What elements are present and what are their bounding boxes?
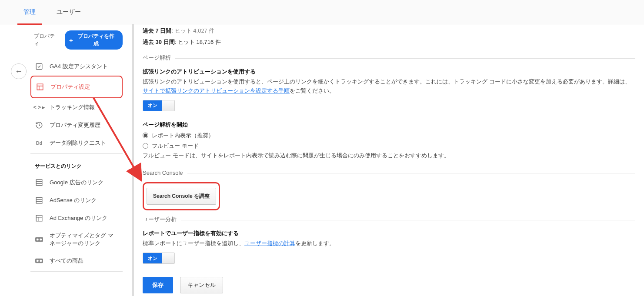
user-metrics-help-link[interactable]: ユーザー指標の計算	[244, 240, 295, 246]
history-icon	[35, 121, 43, 130]
sidebar-item-data-delete[interactable]: Dd データ削除リクエスト	[30, 134, 123, 152]
radio-input[interactable]	[143, 133, 148, 138]
sidebar-item-adsense[interactable]: AdSense のリンク	[30, 192, 123, 209]
adjust-search-console-button[interactable]: Search Console を調整	[147, 188, 216, 205]
sidebar-item-label: Ad Exchange のリンク	[50, 214, 107, 222]
sidebar-item-label: プロパティ設定	[50, 83, 90, 91]
sidebar-item-ad-exchange[interactable]: Ad Exchange のリンク	[30, 210, 123, 227]
svg-rect-0	[36, 63, 42, 70]
sidebar-item-tracking-info[interactable]: < > ▸ トラッキング情報	[30, 99, 123, 116]
toggle-off-side	[162, 100, 174, 111]
tab-users[interactable]: ユーザー	[46, 0, 91, 24]
stat-value: : ヒット 18,716 件	[175, 39, 221, 45]
cancel-button[interactable]: キャンセル	[180, 277, 223, 293]
ext-link-desc: 拡張リンクのアトリビューションを使用すると、ページ上のリンクを細かくトラッキング…	[143, 77, 635, 96]
sidebar-item-google-ads[interactable]: Google 広告のリンク	[30, 174, 123, 191]
checkbox-icon	[35, 62, 43, 71]
stat-label: 過去 7 日間	[143, 27, 171, 34]
top-tabs: 管理 ユーザー	[0, 0, 644, 24]
sidebar-item-label: AdSense のリンク	[50, 196, 97, 204]
sidebar-item-label: すべての商品	[50, 257, 83, 265]
radio-fullview[interactable]: フルビュー モード	[143, 141, 635, 151]
section-label: Search Console	[143, 170, 183, 176]
ext-link-toggle[interactable]: オン	[143, 100, 175, 111]
sidebar-item-change-history[interactable]: プロパティ変更履歴	[30, 116, 123, 134]
radio-label: フルビュー モード	[152, 142, 199, 150]
code-icon: < > ▸	[35, 103, 43, 112]
search-console-highlight: Search Console を調整	[143, 182, 220, 210]
svg-rect-7	[36, 197, 42, 203]
section-service-link: サービスとのリンク	[30, 155, 130, 173]
radio-input[interactable]	[143, 143, 148, 149]
toggle-on-label: オン	[143, 100, 162, 111]
stat-row-30d: 過去 30 日間: ヒット 18,716 件	[143, 38, 635, 46]
divider	[30, 153, 123, 154]
sidebar-item-all-products[interactable]: すべての商品	[30, 252, 123, 269]
tab-admin[interactable]: 管理	[13, 0, 46, 24]
svg-rect-17	[37, 260, 39, 262]
sidebar-item-label: Google 広告のリンク	[50, 179, 103, 186]
svg-rect-13	[35, 237, 43, 242]
sidebar: プロパティ + プロパティを作成 ← GA4 設定アシスタント プロパティ設定	[0, 24, 130, 296]
arrow-left-icon: ←	[15, 67, 23, 76]
section-label: ユーザー分析	[143, 216, 177, 223]
section-label: ページ解析	[143, 54, 171, 62]
toggle-off-side	[162, 253, 174, 263]
svg-rect-18	[40, 260, 42, 262]
divider	[34, 55, 122, 55]
svg-rect-1	[37, 84, 43, 90]
grid-icon	[35, 196, 43, 205]
stat-label: 過去 30 日間	[143, 39, 175, 45]
link-icon	[35, 235, 43, 244]
svg-rect-14	[37, 239, 39, 241]
create-property-button[interactable]: + プロパティを作成	[65, 30, 123, 50]
link-icon	[35, 256, 43, 265]
toggle-on-label: オン	[143, 253, 162, 263]
user-metrics-toggle[interactable]: オン	[143, 253, 175, 264]
divider	[30, 271, 123, 272]
user-metrics-desc: 標準レポートにユーザー指標を追加し、ユーザー指標の計算を更新します。	[143, 239, 635, 248]
sidebar-item-property-settings[interactable]: プロパティ設定	[30, 76, 123, 98]
back-button[interactable]: ←	[11, 63, 27, 79]
ext-link-title: 拡張リンクのアトリビューションを使用する	[143, 68, 635, 76]
radio-label: レポート内表示（推奨）	[152, 132, 214, 140]
svg-rect-10	[36, 215, 42, 221]
ext-link-help-link[interactable]: サイトで拡張リンクのアトリビューションを設定する手順	[143, 87, 290, 94]
section-search-console: Search Console	[143, 170, 635, 176]
section-user-analysis: ユーザー分析	[143, 216, 635, 223]
main-panel: 過去 7 日間: ヒット 4,027 件 過去 30 日間: ヒット 18,71…	[132, 24, 644, 296]
user-metrics-title: レポートでユーザー指標を有効にする	[143, 229, 635, 237]
sidebar-item-label: プロパティ変更履歴	[50, 121, 100, 129]
sidebar-item-label: トラッキング情報	[50, 103, 95, 111]
sidebar-item-ga4[interactable]: GA4 設定アシスタント	[30, 58, 123, 75]
layout-icon	[36, 83, 44, 91]
property-label: プロパティ	[34, 33, 60, 47]
create-property-label: プロパティを作成	[76, 33, 117, 47]
start-page-analysis-title: ページ解析を開始	[143, 121, 635, 129]
layout-icon	[35, 214, 43, 223]
fullview-note: フルビュー モードは、サイトをレポート内表示で読み込む際に問題が生じる場合にのみ…	[143, 151, 635, 160]
sidebar-item-label: GA4 設定アシスタント	[50, 63, 108, 70]
stat-row-7d: 過去 7 日間: ヒット 4,027 件	[143, 27, 635, 35]
sidebar-item-label: データ削除リクエスト	[50, 139, 106, 147]
svg-rect-15	[40, 239, 42, 241]
svg-rect-4	[36, 180, 42, 186]
svg-rect-16	[35, 259, 43, 263]
dd-icon: Dd	[35, 139, 43, 147]
plus-icon: +	[69, 37, 73, 43]
sidebar-item-label: オプティマイズとタグ マネージャーのリンク	[50, 232, 115, 247]
radio-report-view[interactable]: レポート内表示（推奨）	[143, 130, 635, 141]
section-page-analysis: ページ解析	[143, 54, 635, 62]
save-button[interactable]: 保存	[143, 277, 173, 293]
stat-value: : ヒット 4,027 件	[171, 27, 214, 34]
grid-icon	[35, 178, 43, 187]
sidebar-item-optimize[interactable]: オプティマイズとタグ マネージャーのリンク	[30, 227, 123, 252]
